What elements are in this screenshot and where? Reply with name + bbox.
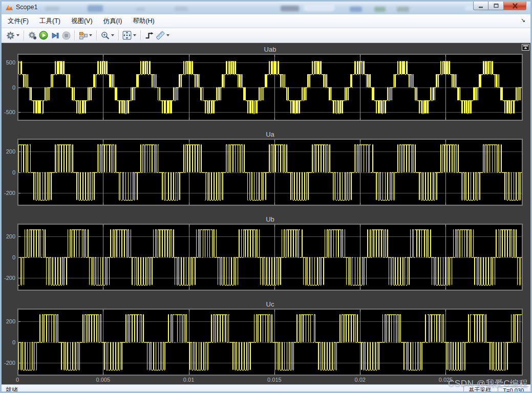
- ua-waveform-canvas[interactable]: [17, 139, 523, 206]
- trigger-mode-cell: 基于采样: [463, 385, 496, 393]
- menu-help[interactable]: 帮助(H): [128, 15, 159, 28]
- subplot-ub: Ub 200 0 -200: [17, 215, 523, 291]
- y-tick-label: 0: [2, 339, 15, 345]
- toolbar-separator: [140, 30, 141, 40]
- ub-waveform-canvas[interactable]: [17, 224, 523, 291]
- scope-window: Scope1 文件(F) 工具(T) 视图(V) 仿真(I) 帮助(H) ↘: [0, 0, 532, 393]
- y-tick-label: -200: [2, 275, 15, 281]
- plot-title-uab: Uab: [17, 45, 523, 54]
- fit-to-view-icon: [122, 31, 132, 40]
- gear-badge-icon: [28, 31, 37, 40]
- zoom-button[interactable]: [100, 30, 110, 41]
- glass-reflection: [281, 6, 299, 11]
- plot-title-ua: Ua: [17, 130, 523, 139]
- uc-waveform-canvas[interactable]: [17, 309, 523, 376]
- minimize-icon: [478, 4, 483, 8]
- y-tick-label: 0: [2, 84, 15, 91]
- stop-icon: [62, 31, 71, 40]
- sim-time-cell: T=0.030: [498, 386, 529, 393]
- glass-reflection: [350, 7, 362, 12]
- glass-reflection: [397, 7, 409, 12]
- fit-dropdown-caret[interactable]: [133, 34, 136, 36]
- scope-panel: Uab 500 0 -500 Ua 200 0 -200 Ub 200 0: [2, 43, 530, 384]
- measurements-dropdown-caret[interactable]: [166, 34, 169, 36]
- window-title: Scope1: [16, 4, 37, 11]
- toolbar-separator: [118, 30, 119, 40]
- menu-simulation[interactable]: 仿真(I): [99, 15, 127, 28]
- toolbar: [2, 28, 530, 43]
- menubar-overflow-arrow-icon[interactable]: ↘: [521, 17, 525, 24]
- y-tick-label: -200: [2, 190, 15, 196]
- toolbar-separator: [74, 30, 75, 40]
- x-tick-label: 0.015: [267, 377, 282, 383]
- step-forward-button[interactable]: [50, 30, 60, 41]
- simulation-settings-button[interactable]: [27, 30, 37, 41]
- titlebar[interactable]: Scope1: [2, 2, 530, 14]
- toolbar-separator: [96, 30, 97, 40]
- statusbar: 就绪 基于采样 T=0.030: [2, 384, 530, 393]
- fit-to-view-button[interactable]: [122, 30, 132, 41]
- settings-dropdown-caret[interactable]: [16, 34, 19, 36]
- matlab-icon: [5, 4, 13, 12]
- menu-tools[interactable]: 工具(T): [35, 15, 65, 28]
- plot-title-ub: Ub: [17, 215, 523, 224]
- y-tick-label: 500: [2, 59, 15, 66]
- trigger-icon: [145, 31, 154, 40]
- stop-button[interactable]: [61, 30, 71, 41]
- maximize-icon: [494, 3, 499, 8]
- x-axis-labels: 0 0.005 0.01 0.015 0.02 0.025: [17, 377, 523, 384]
- run-button[interactable]: [38, 30, 49, 41]
- zoom-in-icon: [101, 31, 110, 40]
- y-tick-label: -500: [2, 109, 15, 115]
- close-button[interactable]: [503, 2, 526, 10]
- menu-view[interactable]: 视图(V): [67, 15, 97, 28]
- y-tick-label: 0: [2, 254, 15, 260]
- ruler-icon: [156, 31, 165, 40]
- uab-waveform-canvas[interactable]: [17, 54, 523, 121]
- cursor-measurements-button[interactable]: [155, 30, 165, 41]
- x-tick-label: 0.01: [183, 377, 194, 383]
- y-tick-label: 200: [2, 233, 15, 239]
- glass-reflection: [175, 7, 188, 11]
- undock-icon[interactable]: [522, 44, 529, 51]
- plot-title-uc: Uc: [17, 300, 523, 309]
- close-icon: [512, 3, 518, 9]
- menu-file[interactable]: 文件(F): [3, 15, 33, 28]
- trigger-button[interactable]: [144, 30, 154, 41]
- subplot-uab: Uab 500 0 -500: [17, 45, 523, 121]
- status-ready: 就绪: [2, 386, 463, 393]
- step-forward-icon: [51, 31, 59, 40]
- run-icon: [39, 31, 48, 40]
- zoom-dropdown-caret[interactable]: [111, 34, 114, 36]
- glass-reflection: [45, 7, 59, 11]
- gear-icon: [6, 31, 15, 40]
- minimize-button[interactable]: [473, 2, 488, 10]
- settings-gear-button[interactable]: [5, 30, 15, 41]
- y-tick-label: -200: [2, 360, 15, 366]
- highlight-simulink-block-button[interactable]: [78, 30, 88, 41]
- glass-reflection: [136, 8, 145, 11]
- toolbar-separator: [24, 30, 24, 40]
- x-tick-label: 0.005: [96, 377, 111, 383]
- subplot-uc: Uc 200 0 -200: [17, 300, 523, 376]
- blocks-dropdown-caret[interactable]: [89, 34, 92, 36]
- y-tick-label: 0: [2, 169, 15, 176]
- y-tick-label: 200: [2, 148, 15, 155]
- y-tick-label: 200: [2, 318, 15, 324]
- x-tick-label: 0.025: [439, 377, 453, 383]
- menubar: 文件(F) 工具(T) 视图(V) 仿真(I) 帮助(H) ↘: [2, 14, 530, 28]
- simulink-blocks-icon: [79, 31, 88, 40]
- glass-reflection: [374, 7, 386, 12]
- glass-reflection: [304, 5, 334, 11]
- subplot-ua: Ua 200 0 -200: [17, 130, 523, 206]
- x-tick-label: 0.02: [354, 377, 365, 383]
- maximize-button[interactable]: [488, 2, 503, 10]
- glass-reflection: [88, 5, 103, 12]
- x-tick-label: 0: [16, 377, 19, 383]
